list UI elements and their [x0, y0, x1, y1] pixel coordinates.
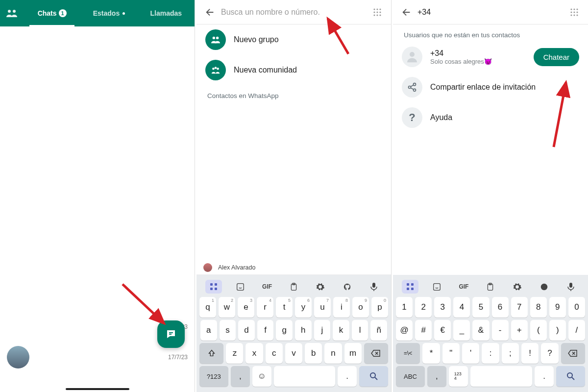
- key-more-symbols[interactable]: =\<: [396, 343, 420, 364]
- community-icon[interactable]: [0, 8, 24, 18]
- key-period[interactable]: .: [535, 366, 554, 387]
- key--[interactable]: -: [492, 320, 509, 341]
- key-7[interactable]: 7: [511, 297, 528, 318]
- dialpad-icon[interactable]: [565, 3, 583, 21]
- kb-mic-icon[interactable]: [563, 280, 579, 294]
- key-j[interactable]: j: [314, 320, 331, 341]
- back-icon[interactable]: [398, 3, 416, 21]
- key-period[interactable]: .: [338, 366, 357, 387]
- key-f[interactable]: f: [257, 320, 274, 341]
- key-i[interactable]: i8: [333, 297, 350, 318]
- kb-sticker-icon[interactable]: [429, 280, 445, 294]
- key-![interactable]: !: [521, 343, 539, 364]
- new-chat-fab[interactable]: [157, 320, 185, 348]
- key-m[interactable]: m: [344, 343, 362, 364]
- key-/[interactable]: /: [568, 320, 585, 341]
- key-numswitch[interactable]: 1234: [449, 366, 468, 387]
- key-+[interactable]: +: [511, 320, 528, 341]
- new-group-item[interactable]: Nuevo grupo: [196, 24, 391, 55]
- key-_[interactable]: _: [453, 320, 470, 341]
- key-shift[interactable]: [199, 343, 223, 364]
- key-3[interactable]: 3: [434, 297, 451, 318]
- key-4[interactable]: 4: [453, 297, 470, 318]
- key-;[interactable]: ;: [502, 343, 519, 364]
- key-n[interactable]: n: [324, 343, 342, 364]
- key-backspace[interactable]: [364, 343, 388, 364]
- key-b[interactable]: b: [305, 343, 322, 364]
- kb-sticker-icon[interactable]: [232, 280, 249, 294]
- key-symbols[interactable]: ?123: [199, 366, 228, 387]
- key-2[interactable]: 2: [415, 297, 432, 318]
- key-w[interactable]: w2: [219, 297, 235, 318]
- key-comma[interactable]: ,: [231, 366, 250, 387]
- key-"[interactable]: ": [442, 343, 460, 364]
- kb-gif-icon[interactable]: GIF: [259, 280, 275, 294]
- key-@[interactable]: @: [396, 320, 413, 341]
- key-€[interactable]: €: [434, 320, 451, 341]
- key-0[interactable]: 0: [568, 297, 585, 318]
- chat-button[interactable]: Chatear: [534, 48, 579, 66]
- partial-contact-row[interactable]: Alex Alvarado: [196, 260, 391, 275]
- key-a[interactable]: a: [200, 320, 217, 341]
- kb-theme-icon[interactable]: [339, 280, 355, 294]
- back-icon[interactable]: [201, 3, 219, 21]
- key-&[interactable]: &: [472, 320, 489, 341]
- key-:[interactable]: :: [482, 343, 499, 364]
- key-#[interactable]: #: [415, 320, 432, 341]
- key-h[interactable]: h: [295, 320, 312, 341]
- key-g[interactable]: g: [276, 320, 293, 341]
- key-o[interactable]: o9: [352, 297, 369, 318]
- key-5[interactable]: 5: [472, 297, 489, 318]
- key-s[interactable]: s: [220, 320, 236, 341]
- new-community-item[interactable]: Nueva comunidad: [196, 55, 391, 85]
- key-6[interactable]: 6: [492, 297, 509, 318]
- key-([interactable]: (: [530, 320, 547, 341]
- help-item[interactable]: ? Ayuda: [393, 102, 588, 133]
- key-space[interactable]: [470, 366, 532, 387]
- kb-settings-icon[interactable]: [312, 280, 329, 294]
- key-abc[interactable]: ABC: [396, 366, 425, 387]
- key-c[interactable]: c: [266, 343, 283, 364]
- key-u[interactable]: u7: [314, 297, 331, 318]
- key-k[interactable]: k: [333, 320, 349, 341]
- key-9[interactable]: 9: [549, 297, 566, 318]
- tab-chats[interactable]: Chats 1: [24, 0, 80, 26]
- kb-clipboard-icon[interactable]: [285, 280, 302, 294]
- share-invite-item[interactable]: Compartir enlace de invitación: [393, 72, 588, 102]
- kb-apps-icon[interactable]: [205, 280, 222, 294]
- key-y[interactable]: y6: [295, 297, 312, 318]
- key-*[interactable]: *: [422, 343, 440, 364]
- key-search[interactable]: [359, 366, 388, 387]
- kb-clipboard-icon[interactable]: [482, 280, 499, 294]
- key-q[interactable]: q1: [199, 297, 216, 318]
- search-input[interactable]: +34: [416, 8, 565, 17]
- key-emoji[interactable]: ☺: [252, 366, 271, 387]
- key-e[interactable]: e3: [238, 297, 254, 318]
- key-ñ[interactable]: ñ: [370, 320, 387, 341]
- key-v[interactable]: v: [285, 343, 302, 364]
- key-'[interactable]: ': [462, 343, 479, 364]
- kb-gif-icon[interactable]: GIF: [455, 280, 472, 294]
- key-backspace[interactable]: [561, 343, 585, 364]
- tab-states[interactable]: Estados: [80, 0, 137, 26]
- key-search[interactable]: [556, 366, 585, 387]
- key-p[interactable]: p0: [371, 297, 388, 318]
- key-d[interactable]: d: [238, 320, 255, 341]
- key-l[interactable]: l: [352, 320, 368, 341]
- key-)[interactable]: ): [549, 320, 566, 341]
- kb-apps-icon[interactable]: [402, 280, 418, 294]
- search-input[interactable]: Busca un nombre o número.: [219, 8, 368, 17]
- kb-settings-icon[interactable]: [509, 280, 526, 294]
- kb-mic-icon[interactable]: [366, 280, 382, 294]
- key-1[interactable]: 1: [396, 297, 413, 318]
- key-8[interactable]: 8: [530, 297, 547, 318]
- tab-calls[interactable]: Llamadas: [138, 0, 195, 26]
- key-comma[interactable]: ,: [427, 366, 446, 387]
- key-x[interactable]: x: [245, 343, 263, 364]
- kb-theme-icon[interactable]: [536, 280, 552, 294]
- key-?[interactable]: ?: [541, 343, 558, 364]
- key-z[interactable]: z: [226, 343, 243, 364]
- key-r[interactable]: r4: [257, 297, 273, 318]
- found-contact-item[interactable]: +34 Solo cosas alegres😈 Chatear: [393, 42, 588, 72]
- dialpad-icon[interactable]: [368, 3, 386, 21]
